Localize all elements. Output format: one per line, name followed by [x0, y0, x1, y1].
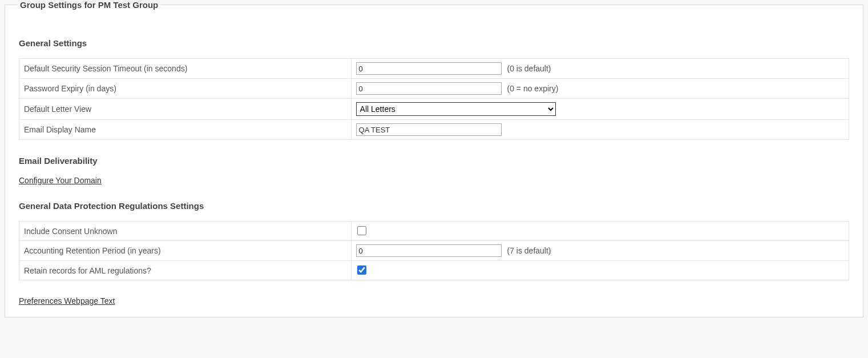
row-default-letter-view: Default Letter View All Letters [19, 99, 849, 120]
label-accounting-retention: Accounting Retention Period (in years) [19, 241, 352, 261]
hint-password-expiry: (0 = no expiry) [507, 84, 558, 93]
select-default-letter-view[interactable]: All Letters [356, 102, 556, 116]
cell-retain-aml [351, 261, 849, 280]
label-email-display-name: Email Display Name [19, 120, 352, 140]
row-password-expiry: Password Expiry (in days) (0 = no expiry… [19, 79, 849, 99]
cell-include-consent-unknown [351, 222, 849, 241]
general-settings-table: Default Security Session Timeout (in sec… [19, 58, 849, 140]
general-settings-heading: General Settings [19, 38, 849, 48]
checkbox-include-consent-unknown[interactable] [357, 226, 366, 235]
row-session-timeout: Default Security Session Timeout (in sec… [19, 59, 849, 79]
input-session-timeout[interactable] [356, 62, 502, 75]
checkbox-retain-aml[interactable] [357, 266, 366, 275]
cell-email-display-name [351, 120, 849, 140]
email-deliverability-heading: Email Deliverability [19, 156, 849, 166]
input-email-display-name[interactable] [356, 123, 502, 136]
cell-default-letter-view: All Letters [351, 99, 849, 120]
input-accounting-retention[interactable] [356, 244, 502, 257]
preferences-webpage-text-link[interactable]: Preferences Webpage Text [19, 296, 115, 305]
hint-accounting-retention: (7 is default) [507, 246, 551, 255]
panel-legend: Group Settings for PM Test Group [18, 0, 160, 10]
cell-password-expiry: (0 = no expiry) [351, 79, 849, 99]
hint-session-timeout: (0 is default) [507, 64, 551, 73]
label-default-letter-view: Default Letter View [19, 99, 352, 120]
configure-domain-link[interactable]: Configure Your Domain [19, 176, 102, 185]
row-retain-aml: Retain records for AML regulations? [19, 261, 849, 280]
gdpr-settings-table: Include Consent Unknown Accounting Reten… [19, 221, 849, 280]
group-settings-panel: Group Settings for PM Test Group General… [5, 0, 863, 317]
row-email-display-name: Email Display Name [19, 120, 849, 140]
input-password-expiry[interactable] [356, 82, 502, 95]
gdpr-heading: General Data Protection Regulations Sett… [19, 201, 849, 211]
label-session-timeout: Default Security Session Timeout (in sec… [19, 59, 352, 79]
label-password-expiry: Password Expiry (in days) [19, 79, 352, 99]
cell-accounting-retention: (7 is default) [351, 241, 849, 261]
cell-session-timeout: (0 is default) [351, 59, 849, 79]
row-include-consent-unknown: Include Consent Unknown [19, 222, 849, 241]
label-include-consent-unknown: Include Consent Unknown [19, 222, 352, 241]
label-retain-aml: Retain records for AML regulations? [19, 261, 352, 280]
row-accounting-retention: Accounting Retention Period (in years) (… [19, 241, 849, 261]
